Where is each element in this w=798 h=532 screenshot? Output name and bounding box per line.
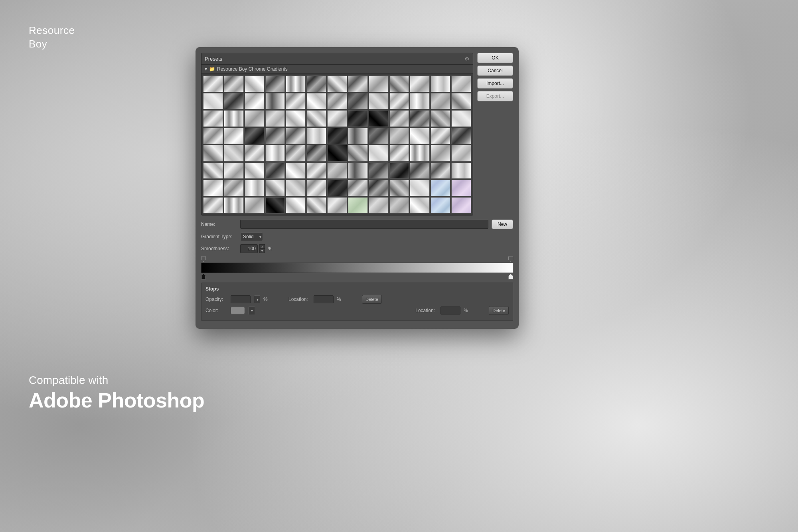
gradient-swatch[interactable] bbox=[245, 180, 265, 196]
gradient-swatch[interactable] bbox=[431, 93, 450, 110]
gradient-swatch[interactable] bbox=[431, 145, 450, 162]
gradient-swatch[interactable] bbox=[451, 162, 471, 179]
gradient-preview-bar[interactable] bbox=[201, 263, 513, 273]
gradient-swatch[interactable] bbox=[327, 93, 347, 110]
smoothness-down[interactable]: ▼ bbox=[259, 249, 265, 253]
gradient-swatch[interactable] bbox=[410, 75, 430, 92]
gradient-swatch[interactable] bbox=[410, 93, 430, 110]
gradient-swatch[interactable] bbox=[306, 162, 326, 179]
gradient-swatch[interactable] bbox=[410, 197, 430, 214]
gradient-type-select[interactable]: Solid Noise bbox=[240, 232, 263, 241]
gradient-swatch[interactable] bbox=[265, 110, 285, 127]
gradient-swatch[interactable] bbox=[348, 197, 368, 214]
cancel-button[interactable]: Cancel bbox=[477, 65, 513, 76]
gradient-swatch[interactable] bbox=[203, 180, 223, 196]
gradient-swatch[interactable] bbox=[224, 180, 244, 196]
gradient-swatch[interactable] bbox=[389, 75, 409, 92]
opacity-location-input[interactable] bbox=[314, 295, 334, 303]
gradient-swatch[interactable] bbox=[286, 162, 306, 179]
gradient-swatch[interactable] bbox=[389, 162, 409, 179]
gradient-swatch[interactable] bbox=[369, 180, 389, 196]
gradient-swatch[interactable] bbox=[431, 180, 450, 196]
ok-button[interactable]: OK bbox=[477, 53, 513, 63]
gradient-swatch[interactable] bbox=[431, 128, 450, 144]
gradient-swatch[interactable] bbox=[306, 110, 326, 127]
gradient-swatch[interactable] bbox=[327, 197, 347, 214]
gradient-swatch[interactable] bbox=[265, 145, 285, 162]
presets-content[interactable] bbox=[201, 74, 473, 215]
gradient-swatch[interactable] bbox=[389, 128, 409, 144]
gradient-swatch[interactable] bbox=[265, 75, 285, 92]
gradient-swatch[interactable] bbox=[348, 110, 368, 127]
gradient-swatch[interactable] bbox=[431, 197, 450, 214]
opacity-input[interactable] bbox=[231, 295, 251, 303]
gradient-swatch[interactable] bbox=[369, 145, 389, 162]
gradient-swatch[interactable] bbox=[203, 93, 223, 110]
gradient-swatch[interactable] bbox=[224, 128, 244, 144]
color-stop-left[interactable] bbox=[201, 274, 206, 279]
color-stop-right[interactable] bbox=[508, 274, 513, 279]
gradient-swatch[interactable] bbox=[327, 180, 347, 196]
gradient-swatch[interactable] bbox=[203, 128, 223, 144]
opacity-delete-button[interactable]: Delete bbox=[362, 295, 382, 304]
gradient-swatch[interactable] bbox=[410, 162, 430, 179]
gradient-type-select-wrap[interactable]: Solid Noise bbox=[240, 232, 263, 241]
gradient-swatch[interactable] bbox=[203, 145, 223, 162]
color-location-input[interactable] bbox=[440, 307, 460, 314]
gradient-swatch[interactable] bbox=[286, 75, 306, 92]
export-button[interactable]: Export... bbox=[477, 91, 513, 101]
gear-icon[interactable]: ⚙ bbox=[464, 55, 470, 62]
gradient-swatch[interactable] bbox=[451, 128, 471, 144]
gradient-swatch[interactable] bbox=[451, 197, 471, 214]
gradient-swatch[interactable] bbox=[348, 145, 368, 162]
gradient-swatch[interactable] bbox=[306, 180, 326, 196]
gradient-swatch[interactable] bbox=[369, 197, 389, 214]
gradient-swatch[interactable] bbox=[389, 110, 409, 127]
gradient-swatch[interactable] bbox=[369, 110, 389, 127]
gradient-swatch[interactable] bbox=[245, 75, 265, 92]
gradient-swatch[interactable] bbox=[389, 93, 409, 110]
gradient-swatch[interactable] bbox=[348, 180, 368, 196]
gradient-swatch[interactable] bbox=[224, 110, 244, 127]
gradient-swatch[interactable] bbox=[327, 75, 347, 92]
folder-row[interactable]: ▾ 📁 Resource Boy Chrome Gradients bbox=[201, 65, 473, 74]
gradient-swatch[interactable] bbox=[369, 128, 389, 144]
gradient-swatch[interactable] bbox=[410, 128, 430, 144]
gradient-swatch[interactable] bbox=[245, 162, 265, 179]
gradient-swatch[interactable] bbox=[389, 145, 409, 162]
gradient-swatch[interactable] bbox=[224, 145, 244, 162]
gradient-swatch[interactable] bbox=[286, 110, 306, 127]
gradient-swatch[interactable] bbox=[245, 110, 265, 127]
gradient-swatch[interactable] bbox=[286, 93, 306, 110]
color-select-wrap[interactable] bbox=[248, 307, 255, 314]
gradient-swatch[interactable] bbox=[451, 110, 471, 127]
gradient-swatch[interactable] bbox=[451, 145, 471, 162]
gradient-swatch[interactable] bbox=[203, 162, 223, 179]
smoothness-up[interactable]: ▲ bbox=[259, 244, 265, 249]
gradient-swatch[interactable] bbox=[410, 180, 430, 196]
import-button[interactable]: Import... bbox=[477, 78, 513, 89]
gradient-swatch[interactable] bbox=[389, 180, 409, 196]
color-swatch[interactable] bbox=[231, 307, 245, 314]
gradient-swatch[interactable] bbox=[451, 75, 471, 92]
color-select[interactable] bbox=[248, 307, 255, 314]
gradient-swatch[interactable] bbox=[265, 162, 285, 179]
gradient-swatch[interactable] bbox=[265, 180, 285, 196]
gradient-swatch[interactable] bbox=[348, 93, 368, 110]
gradient-swatch[interactable] bbox=[348, 128, 368, 144]
opacity-select[interactable] bbox=[254, 295, 260, 303]
gradient-swatch[interactable] bbox=[451, 180, 471, 196]
gradient-swatch[interactable] bbox=[265, 197, 285, 214]
gradient-swatch[interactable] bbox=[265, 93, 285, 110]
gradient-swatch[interactable] bbox=[306, 128, 326, 144]
gradient-swatch[interactable] bbox=[369, 162, 389, 179]
gradient-swatch[interactable] bbox=[245, 128, 265, 144]
gradient-swatch[interactable] bbox=[369, 75, 389, 92]
gradient-swatch[interactable] bbox=[306, 93, 326, 110]
gradient-swatch[interactable] bbox=[203, 197, 223, 214]
gradient-swatch[interactable] bbox=[410, 145, 430, 162]
gradient-swatch[interactable] bbox=[245, 197, 265, 214]
gradient-swatch[interactable] bbox=[348, 75, 368, 92]
new-button[interactable]: New bbox=[492, 220, 513, 229]
gradient-swatch[interactable] bbox=[327, 110, 347, 127]
